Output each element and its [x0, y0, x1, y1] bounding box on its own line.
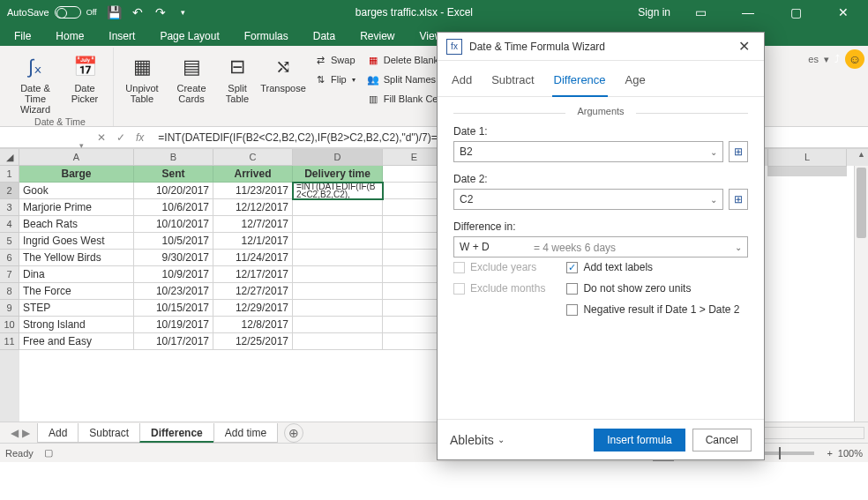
scroll-up-icon[interactable]: ▲ [855, 150, 868, 164]
smiley-icon[interactable]: ☺ [845, 49, 864, 69]
rowhead-1[interactable]: 1 [0, 166, 19, 183]
enter-icon[interactable]: ✓ [116, 131, 125, 144]
tab-pagelayout[interactable]: Page Layout [147, 26, 231, 46]
cell-C7[interactable]: 12/17/2017 [213, 266, 293, 283]
zoom-level[interactable]: 100% [838, 448, 863, 459]
cell-C10[interactable]: 12/8/2017 [213, 317, 293, 333]
cell-C2[interactable]: 11/23/2017 [213, 183, 293, 199]
cell-C11[interactable]: 12/25/2017 [213, 333, 293, 350]
wizard-tab-subtract[interactable]: Subtract [490, 68, 535, 96]
cell-C4[interactable]: 12/7/2017 [213, 216, 293, 233]
cell-B6[interactable]: 9/30/2017 [134, 250, 213, 266]
tab-file[interactable]: File [2, 26, 43, 46]
cell-B4[interactable]: 10/10/2017 [134, 216, 213, 233]
rowhead-9[interactable]: 9 [0, 300, 19, 317]
cell-A6[interactable]: The Yellow Birds [19, 250, 134, 266]
split-table-button[interactable]: ⊟ Split Table [218, 51, 257, 106]
no-zero-units-checkbox[interactable]: Do not show zero units [566, 282, 739, 295]
swap-button[interactable]: ⇄Swap [310, 51, 359, 69]
tab-review[interactable]: Review [348, 26, 407, 46]
date2-range-picker-icon[interactable]: ⊞ [729, 189, 748, 210]
wizard-titlebar[interactable]: fx Date & Time Formula Wizard ✕ [438, 33, 764, 61]
date2-input[interactable]: C2⌄ [453, 189, 723, 210]
cancel-icon[interactable]: ✕ [97, 131, 106, 144]
cell-D7[interactable] [293, 266, 383, 283]
wizard-tab-add[interactable]: Add [450, 68, 474, 96]
redo-icon[interactable]: ↷ [153, 5, 168, 19]
save-icon[interactable]: 💾 [108, 5, 122, 19]
cell-A11[interactable]: Free and Easy [19, 333, 134, 350]
rowhead-7[interactable]: 7 [0, 266, 19, 283]
cell-A7[interactable]: Dina [19, 266, 134, 283]
tab-data[interactable]: Data [301, 26, 348, 46]
cell-D8[interactable] [293, 283, 383, 300]
cell-C9[interactable]: 12/29/2017 [213, 300, 293, 317]
cell-D1[interactable]: Delivery time [293, 166, 383, 183]
signin-link[interactable]: Sign in [638, 6, 670, 19]
cancel-button[interactable]: Cancel [692, 429, 752, 451]
cell-L11[interactable] [767, 175, 847, 176]
maximize-icon[interactable]: ▢ [778, 0, 813, 25]
chevron-down-icon[interactable]: ⌄ [735, 243, 742, 252]
transpose-button[interactable]: ⤭ Transpose [260, 51, 306, 95]
sheet-nav-next-icon[interactable]: ▶ [22, 427, 30, 439]
tab-formulas[interactable]: Formulas [232, 26, 301, 46]
date-picker-button[interactable]: 📅 Date Picker [62, 51, 108, 106]
cell-D9[interactable] [293, 300, 383, 317]
date1-range-picker-icon[interactable]: ⊞ [729, 141, 748, 162]
date-time-wizard-button[interactable]: ∫ₓ Date & Time Wizard [12, 51, 58, 116]
rowhead-2[interactable]: 2 [0, 183, 19, 199]
ribbon-options-icon[interactable]: ▭ [683, 0, 718, 25]
rowhead-11[interactable]: 11 [0, 333, 19, 350]
date1-input[interactable]: B2⌄ [453, 141, 723, 162]
qat-dropdown-icon[interactable]: ▾ [176, 5, 191, 19]
cell-A10[interactable]: Strong Island [19, 317, 134, 333]
cell-B1[interactable]: Sent [134, 166, 213, 183]
cell-A3[interactable]: Marjorie Prime [19, 199, 134, 216]
cell-B9[interactable]: 10/15/2017 [134, 300, 213, 317]
rowhead-8[interactable]: 8 [0, 283, 19, 300]
select-all-cell[interactable]: ◢ [0, 149, 19, 166]
cell-A1[interactable]: Barge [19, 166, 134, 183]
cell-D5[interactable] [293, 233, 383, 250]
flip-button[interactable]: ⇅Flip ▾ [310, 71, 359, 88]
macro-record-icon[interactable]: ▢ [44, 447, 53, 459]
sheettab-addtime[interactable]: Add time [213, 423, 278, 443]
new-sheet-button[interactable]: ⊕ [284, 423, 303, 443]
minimize-icon[interactable]: ― [730, 0, 766, 25]
sheettab-subtract[interactable]: Subtract [78, 423, 140, 443]
cell-C1[interactable]: Arrived [213, 166, 293, 183]
cell-A5[interactable]: Ingrid Goes West [19, 233, 134, 250]
rowhead-5[interactable]: 5 [0, 233, 19, 250]
rowhead-6[interactable]: 6 [0, 250, 19, 266]
cell-B5[interactable]: 10/5/2017 [134, 233, 213, 250]
difference-in-select[interactable]: W + D = 4 weeks 6 days ⌄ [453, 236, 748, 257]
zoom-in-icon[interactable]: + [827, 448, 832, 459]
wizard-tab-age[interactable]: Age [624, 68, 647, 96]
cell-A9[interactable]: STEP [19, 300, 134, 317]
undo-icon[interactable]: ↶ [131, 5, 145, 19]
close-window-icon[interactable]: ✕ [826, 0, 861, 25]
cell-B8[interactable]: 10/23/2017 [134, 283, 213, 300]
cell-B3[interactable]: 10/6/2017 [134, 199, 213, 216]
chevron-down-icon[interactable]: ⌄ [710, 147, 717, 157]
tab-insert[interactable]: Insert [96, 26, 147, 46]
rowhead-10[interactable]: 10 [0, 317, 19, 333]
wizard-tab-difference[interactable]: Difference [552, 68, 608, 97]
insert-formula-button[interactable]: Insert formula [594, 429, 685, 451]
create-cards-button[interactable]: ▤ Create Cards [168, 51, 214, 106]
sheettab-add[interactable]: Add [37, 423, 79, 443]
cell-C3[interactable]: 12/12/2017 [213, 199, 293, 216]
cell-C8[interactable]: 12/27/2017 [213, 283, 293, 300]
cell-A8[interactable]: The Force [19, 283, 134, 300]
cell-D3[interactable] [293, 199, 383, 216]
ablebits-brand[interactable]: Ablebits ⌄ [450, 433, 505, 447]
sheet-nav-prev-icon[interactable]: ◀ [11, 427, 19, 439]
cell-B7[interactable]: 10/9/2017 [134, 266, 213, 283]
unpivot-table-button[interactable]: ▦ Unpivot Table [119, 51, 165, 106]
cell-D11[interactable] [293, 333, 383, 350]
fx-icon[interactable]: fx [136, 131, 144, 144]
cell-B10[interactable]: 10/19/2017 [134, 317, 213, 333]
add-text-labels-checkbox[interactable]: ✓Add text labels [566, 261, 739, 273]
cell-B11[interactable]: 10/17/2017 [134, 333, 213, 350]
